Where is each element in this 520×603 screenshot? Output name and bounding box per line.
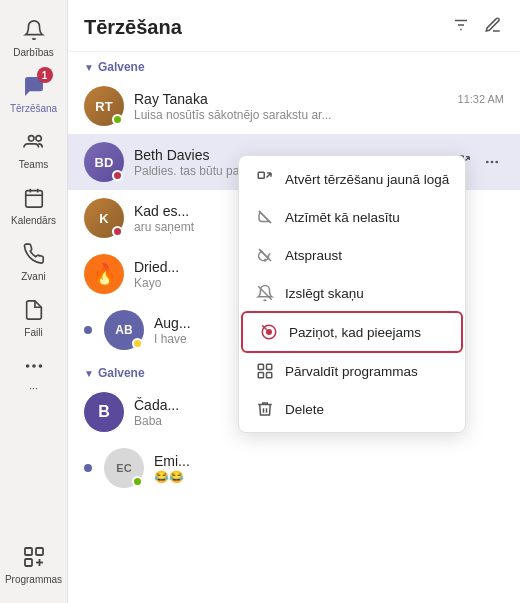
apps-add-icon (20, 543, 48, 571)
svg-rect-2 (25, 191, 42, 208)
svg-point-0 (35, 136, 41, 142)
more-icon (20, 352, 48, 380)
sidebar-bottom: Programmas (0, 535, 67, 603)
menu-item-manage-apps-label: Pārvaldīt programmas (285, 364, 418, 379)
svg-rect-29 (267, 364, 272, 369)
sidebar-item-activity-label: Darbības (13, 47, 54, 58)
mark-unread-icon (255, 207, 275, 227)
svg-rect-21 (258, 172, 264, 178)
svg-rect-10 (36, 548, 43, 555)
context-menu: Atvērt tērzēšanu jaunā logā Atzīmēt kā n… (238, 155, 466, 433)
menu-item-notify-label: Paziņot, kad pieejams (289, 325, 421, 340)
mute-icon (255, 283, 275, 303)
open-new-icon (255, 169, 275, 189)
sidebar-item-files-label: Faili (24, 327, 42, 338)
sidebar-item-apps[interactable]: Programmas (0, 535, 67, 591)
svg-point-26 (266, 329, 272, 335)
sidebar-item-files[interactable]: Faili (0, 288, 67, 344)
svg-rect-30 (258, 373, 263, 378)
files-icon (20, 296, 48, 324)
manage-apps-icon (255, 361, 275, 381)
svg-point-6 (25, 364, 29, 368)
svg-rect-31 (267, 373, 272, 378)
main-panel: Tērzēšana ▼ Galvene RT (68, 0, 520, 603)
unpin-icon (255, 245, 275, 265)
sidebar-item-teams-label: Teams (19, 159, 48, 170)
teams-icon (20, 128, 48, 156)
chat-icon: 1 (20, 72, 48, 100)
menu-item-delete[interactable]: Delete (239, 390, 465, 428)
sidebar-item-chat-label: Tērzēšana (10, 103, 57, 114)
menu-item-open-new-label: Atvērt tērzēšanu jaunā logā (285, 172, 449, 187)
sidebar-item-apps-label: Programmas (5, 574, 62, 585)
menu-item-mute-label: Izslēgt skaņu (285, 286, 364, 301)
menu-item-notify[interactable]: Paziņot, kad pieejams (243, 313, 461, 351)
sidebar-item-calendar-label: Kalendārs (11, 215, 56, 226)
menu-item-open-new[interactable]: Atvērt tērzēšanu jaunā logā (239, 160, 465, 198)
chat-badge: 1 (37, 67, 53, 83)
svg-point-8 (38, 364, 42, 368)
menu-item-unpin-label: Atspraust (285, 248, 342, 263)
svg-rect-11 (25, 559, 32, 566)
calendar-icon (20, 184, 48, 212)
notify-icon (259, 322, 279, 342)
activity-icon (20, 16, 48, 44)
svg-point-1 (28, 136, 34, 142)
delete-icon (255, 399, 275, 419)
menu-item-mark-unread-label: Atzīmēt kā nelasītu (285, 210, 400, 225)
menu-item-mute[interactable]: Izslēgt skaņu (239, 274, 465, 312)
sidebar-item-activity[interactable]: Darbības (0, 8, 67, 64)
svg-rect-28 (258, 364, 263, 369)
sidebar-item-chat[interactable]: 1 Tērzēšana (0, 64, 67, 120)
menu-item-delete-label: Delete (285, 402, 324, 417)
sidebar-item-calls-label: Zvani (21, 271, 45, 282)
sidebar-item-teams[interactable]: Teams (0, 120, 67, 176)
svg-point-7 (32, 364, 36, 368)
menu-item-mark-unread[interactable]: Atzīmēt kā nelasītu (239, 198, 465, 236)
menu-item-manage-apps[interactable]: Pārvaldīt programmas (239, 352, 465, 390)
sidebar-item-calls[interactable]: Zvani (0, 232, 67, 288)
sidebar: Darbības 1 Tērzēšana Teams (0, 0, 68, 603)
svg-rect-9 (25, 548, 32, 555)
menu-item-unpin[interactable]: Atspraust (239, 236, 465, 274)
sidebar-item-more[interactable]: ··· (0, 344, 67, 400)
sidebar-item-calendar[interactable]: Kalendārs (0, 176, 67, 232)
sidebar-item-more-label: ··· (29, 383, 37, 394)
calls-icon (20, 240, 48, 268)
